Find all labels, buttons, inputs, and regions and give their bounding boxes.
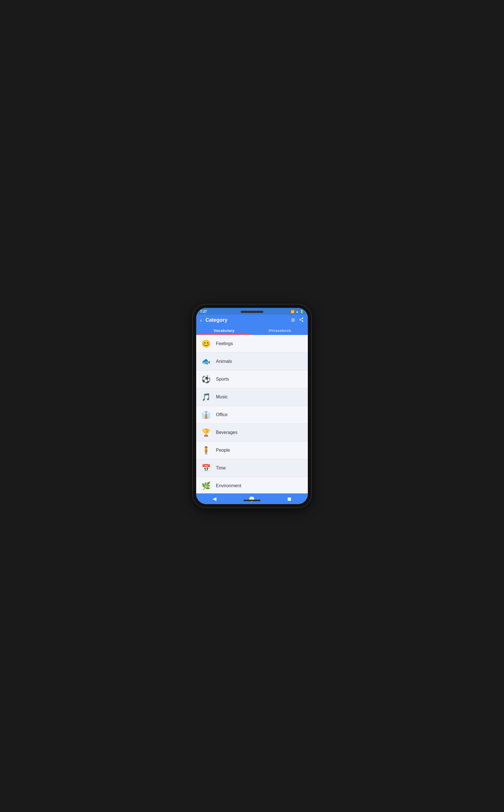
tabs: Vocabulary Phrasebook (196, 326, 308, 335)
category-item-sports[interactable]: ⚽Sports (196, 370, 308, 388)
status-bar: 7:27 📶 ▲ 🔋 (196, 308, 308, 315)
category-item-environment[interactable]: 🌿Environment (196, 477, 308, 493)
beverages-label: Beverages (216, 430, 238, 435)
battery-icon: 🔋 (300, 310, 304, 314)
people-icon: 🧍 (201, 445, 211, 456)
office-label: Office (216, 412, 228, 417)
people-label: People (216, 448, 230, 453)
feelings-label: Feelings (216, 341, 233, 346)
time-label: Time (216, 465, 226, 471)
back-button[interactable]: ‹ (200, 317, 202, 323)
nav-home-button[interactable]: ⬤ (249, 496, 255, 502)
beverages-icon: 🏆 (201, 427, 211, 438)
phone-screen: 7:27 📶 ▲ 🔋 ‹ Category ⊞ Vo (196, 308, 308, 504)
wifi-icon: 📶 (291, 310, 295, 314)
music-label: Music (216, 394, 228, 400)
time-icon: 📅 (201, 463, 211, 473)
sports-icon: ⚽ (201, 374, 211, 385)
category-item-office[interactable]: 👔Office (196, 406, 308, 424)
category-list: 😊Feelings🐟Animals⚽Sports🎵Music👔Office🏆Be… (196, 335, 308, 493)
status-time: 7:27 (200, 310, 207, 314)
category-item-beverages[interactable]: 🏆Beverages (196, 424, 308, 442)
sports-label: Sports (216, 377, 229, 382)
status-icons: 📶 ▲ 🔋 (291, 310, 304, 314)
animals-label: Animals (216, 359, 232, 364)
page-title: Category (205, 317, 291, 323)
tab-vocabulary[interactable]: Vocabulary (196, 326, 252, 335)
nav-recent-button[interactable]: ◼ (287, 496, 291, 502)
environment-icon: 🌿 (201, 480, 211, 491)
category-item-time[interactable]: 📅Time (196, 459, 308, 477)
signal-icon: ▲ (296, 310, 299, 313)
animals-icon: 🐟 (201, 356, 211, 367)
environment-label: Environment (216, 483, 241, 488)
bottom-nav: ◀ ⬤ ◼ (196, 493, 308, 504)
category-item-people[interactable]: 🧍People (196, 442, 308, 459)
app-bar-actions: ⊞ (291, 317, 304, 323)
category-item-music[interactable]: 🎵Music (196, 388, 308, 406)
tab-phrasebook[interactable]: Phrasebook (252, 326, 308, 335)
feelings-icon: 😊 (201, 338, 211, 349)
music-icon: 🎵 (201, 392, 211, 402)
category-item-animals[interactable]: 🐟Animals (196, 353, 308, 370)
category-item-feelings[interactable]: 😊Feelings (196, 335, 308, 353)
nav-back-button[interactable]: ◀ (213, 496, 216, 502)
share-icon[interactable] (299, 317, 304, 323)
phone-shell: 7:27 📶 ▲ 🔋 ‹ Category ⊞ Vo (193, 305, 311, 507)
app-bar: ‹ Category ⊞ (196, 315, 308, 326)
office-icon: 👔 (201, 409, 211, 420)
grid-icon[interactable]: ⊞ (291, 317, 295, 323)
